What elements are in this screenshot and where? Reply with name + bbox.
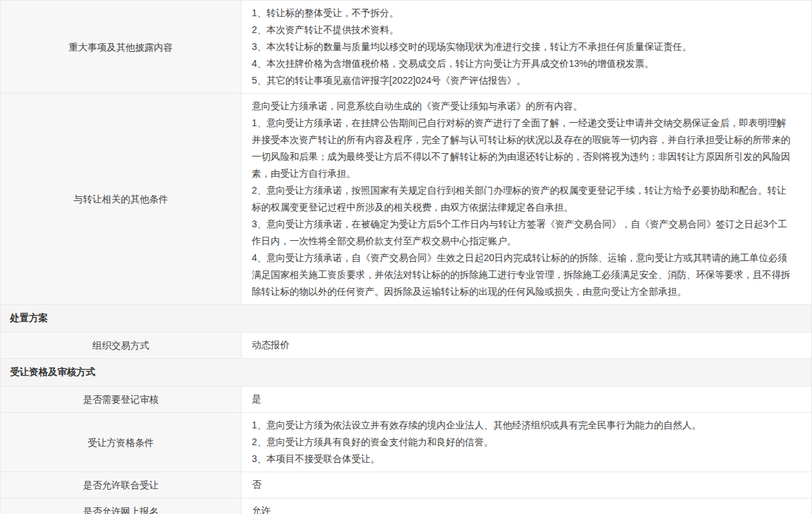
- row-label: 受让方资格条件: [1, 413, 242, 472]
- content-line: 2、本次资产转让不提供技术资料。: [252, 22, 795, 38]
- table-row: 受让方资格条件1、意向受让方须为依法设立并有效存续的境内企业法人、其他经济组织或…: [1, 413, 811, 472]
- content-line: 允许: [252, 503, 795, 514]
- content-line: 2、意向受让方须具有良好的资金支付能力和良好的信誉。: [252, 434, 795, 451]
- content-line: 意向受让方须承诺，同意系统自动生成的《资产受让须知与承诺》的所有内容。: [252, 98, 795, 115]
- table-row: 是否需要登记审核是: [1, 387, 811, 413]
- row-content: 意向受让方须承诺，同意系统自动生成的《资产受让须知与承诺》的所有内容。1、意向受…: [242, 94, 811, 304]
- section-title: 受让资格及审核方式: [10, 366, 95, 378]
- content-line: 5、其它的转让事项见嘉信评报字[2022]024号《资产评估报告》。: [252, 72, 795, 89]
- content-line: 4、本次挂牌价格为含增值税价格，交易成交后，转让方向受让方开具成交价13%的增值…: [252, 55, 795, 72]
- row-content: 是: [242, 387, 811, 412]
- row-label: 是否允许网上报名: [1, 498, 242, 514]
- content-line: 1、意向受让方须为依法设立并有效存续的境内企业法人、其他经济组织或具有完全民事行…: [252, 417, 795, 434]
- content-line: 否: [252, 476, 795, 493]
- section-header-row: 处置方案: [1, 305, 811, 333]
- disclosure-table: 重大事项及其他披露内容1、转让标的整体受让，不予拆分。2、本次资产转让不提供技术…: [0, 0, 812, 514]
- table-row: 与转让相关的其他条件意向受让方须承诺，同意系统自动生成的《资产受让须知与承诺》的…: [1, 94, 811, 305]
- table-row: 是否允许联合受让否: [1, 472, 811, 498]
- content-line: 是: [252, 391, 795, 407]
- content-line: 1、转让标的整体受让，不予拆分。: [252, 5, 795, 22]
- content-line: 3、本次转让标的数量与质量均以移交时的现场实物现状为准进行交接，转让方不承担任何…: [252, 38, 795, 55]
- row-label: 是否允许联合受让: [1, 472, 242, 498]
- table-row: 是否允许网上报名允许: [1, 498, 811, 514]
- row-content: 1、转让标的整体受让，不予拆分。2、本次资产转让不提供技术资料。3、本次转让标的…: [242, 1, 811, 93]
- row-content: 动态报价: [242, 333, 811, 358]
- row-label: 与转让相关的其他条件: [1, 94, 242, 304]
- table-row: 重大事项及其他披露内容1、转让标的整体受让，不予拆分。2、本次资产转让不提供技术…: [1, 1, 811, 94]
- content-line: 动态报价: [252, 337, 795, 353]
- content-line: 1、意向受让方须承诺，在挂牌公告期间已自行对标的资产进行了全面了解，一经递交受让…: [252, 115, 795, 182]
- content-line: 3、意向受让方须承诺，在被确定为受让方后5个工作日内与转让方签署《资产交易合同》…: [252, 216, 795, 250]
- row-label: 组织交易方式: [1, 333, 242, 358]
- content-line: 4、意向受让方须承诺，自《资产交易合同》生效之日起20日内完成转让标的的拆除、运…: [252, 250, 795, 300]
- section-header-row: 受让资格及审核方式: [1, 359, 811, 387]
- row-content: 否: [242, 472, 811, 498]
- section-title: 处置方案: [10, 312, 48, 324]
- content-line: 3、本项目不接受联合体受让。: [252, 451, 795, 467]
- row-content: 1、意向受让方须为依法设立并有效存续的境内企业法人、其他经济组织或具有完全民事行…: [242, 413, 811, 472]
- row-label: 是否需要登记审核: [1, 387, 242, 412]
- table-row: 组织交易方式动态报价: [1, 333, 811, 359]
- row-label: 重大事项及其他披露内容: [1, 1, 242, 93]
- content-line: 2、意向受让方须承诺，按照国家有关规定自行到相关部门办理标的资产的权属变更登记手…: [252, 182, 795, 216]
- row-content: 允许: [242, 498, 811, 514]
